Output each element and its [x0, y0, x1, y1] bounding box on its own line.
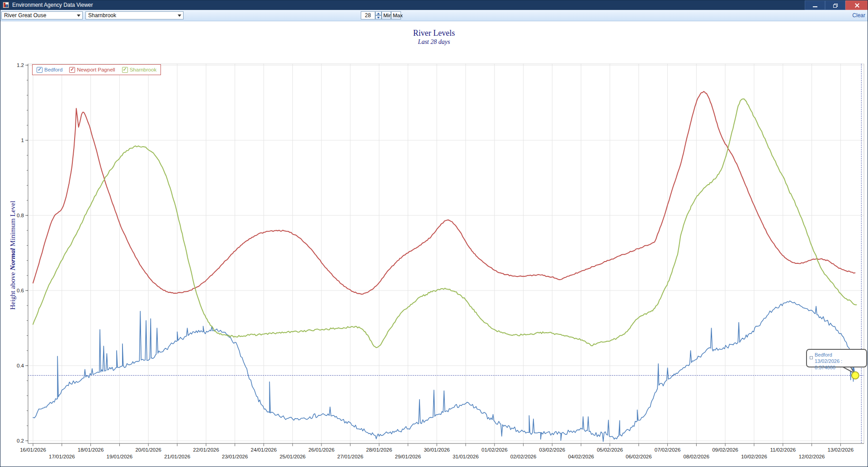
- series-bedford: [33, 301, 855, 442]
- legend-label: Newport Pagnell: [77, 67, 115, 72]
- tooltip-marker-icon: [810, 356, 813, 359]
- series-sharnbrook: [33, 99, 857, 348]
- legend-label: Sharnbrook: [130, 67, 156, 72]
- legend-checkbox[interactable]: ✓: [122, 67, 128, 73]
- svg-text:20/01/2026: 20/01/2026: [135, 447, 161, 453]
- svg-text:17/01/2026: 17/01/2026: [49, 454, 75, 459]
- legend: ✓Bedford✓Newport Pagnell✓Sharnbrook: [32, 64, 161, 75]
- svg-text:24/01/2026: 24/01/2026: [251, 447, 277, 453]
- chart-title: River Levels: [0, 29, 868, 38]
- svg-text:04/02/2026: 04/02/2026: [568, 454, 594, 459]
- gridlines: [28, 64, 864, 443]
- legend-label: Bedford: [44, 67, 62, 72]
- tooltip-value: 13/02/2026 : 0.374000: [815, 358, 864, 371]
- svg-text:19/01/2026: 19/01/2026: [107, 454, 133, 459]
- legend-checkbox[interactable]: ✓: [37, 67, 42, 73]
- highlight-point[interactable]: [852, 372, 859, 379]
- tooltip: Bedford 13/02/2026 : 0.374000: [806, 349, 867, 367]
- legend-item-newport-pagnell[interactable]: ✓Newport Pagnell: [69, 67, 115, 73]
- svg-text:30/01/2026: 30/01/2026: [424, 447, 450, 453]
- svg-text:08/02/2026: 08/02/2026: [684, 454, 710, 459]
- svg-text:12/02/2026: 12/02/2026: [799, 454, 825, 459]
- legend-item-sharnbrook[interactable]: ✓Sharnbrook: [122, 67, 156, 73]
- svg-text:26/01/2026: 26/01/2026: [308, 447, 335, 453]
- svg-text:07/02/2026: 07/02/2026: [655, 447, 681, 453]
- legend-checkbox[interactable]: ✓: [69, 67, 75, 73]
- y-tick-labels: 0.20.40.60.811.2: [17, 62, 24, 443]
- svg-text:06/02/2026: 06/02/2026: [626, 454, 652, 459]
- svg-text:09/02/2026: 09/02/2026: [712, 447, 738, 453]
- svg-text:23/01/2026: 23/01/2026: [222, 454, 248, 459]
- svg-text:0.8: 0.8: [17, 213, 24, 218]
- app-window: Environment Agency Data Viewer River Gre…: [0, 0, 868, 467]
- svg-text:0.4: 0.4: [17, 363, 24, 368]
- svg-text:16/01/2026: 16/01/2026: [20, 447, 46, 453]
- svg-text:01/02/2026: 01/02/2026: [481, 447, 508, 453]
- svg-text:03/02/2026: 03/02/2026: [539, 447, 566, 453]
- svg-text:0.6: 0.6: [17, 288, 24, 293]
- svg-text:27/01/2026: 27/01/2026: [337, 454, 363, 459]
- svg-text:18/01/2026: 18/01/2026: [78, 447, 104, 453]
- svg-text:13/02/2026: 13/02/2026: [828, 447, 854, 453]
- x-tick-labels: 16/01/202617/01/202618/01/202619/01/2026…: [20, 447, 854, 459]
- series-newport-pagnell: [33, 91, 855, 294]
- svg-text:28/01/2026: 28/01/2026: [366, 447, 392, 453]
- svg-text:10/02/2026: 10/02/2026: [741, 454, 767, 459]
- chart-subtitle: Last 28 days: [0, 38, 868, 46]
- svg-text:21/01/2026: 21/01/2026: [164, 454, 190, 459]
- svg-text:25/01/2026: 25/01/2026: [279, 454, 306, 459]
- tooltip-series: Bedford: [815, 352, 864, 358]
- svg-text:0.2: 0.2: [17, 438, 24, 443]
- svg-text:05/02/2026: 05/02/2026: [597, 447, 623, 453]
- crosshair: [28, 64, 864, 443]
- legend-item-bedford[interactable]: ✓Bedford: [37, 67, 62, 73]
- y-axis-label: Height above Normal Minimum Level: [9, 200, 17, 310]
- svg-text:1: 1: [21, 138, 24, 143]
- svg-text:11/02/2026: 11/02/2026: [770, 447, 796, 453]
- svg-text:1.2: 1.2: [17, 62, 24, 68]
- axes: [25, 64, 864, 446]
- svg-text:22/01/2026: 22/01/2026: [193, 447, 219, 453]
- svg-text:29/01/2026: 29/01/2026: [395, 454, 421, 459]
- svg-text:31/01/2026: 31/01/2026: [453, 454, 479, 459]
- svg-text:02/02/2026: 02/02/2026: [510, 454, 537, 459]
